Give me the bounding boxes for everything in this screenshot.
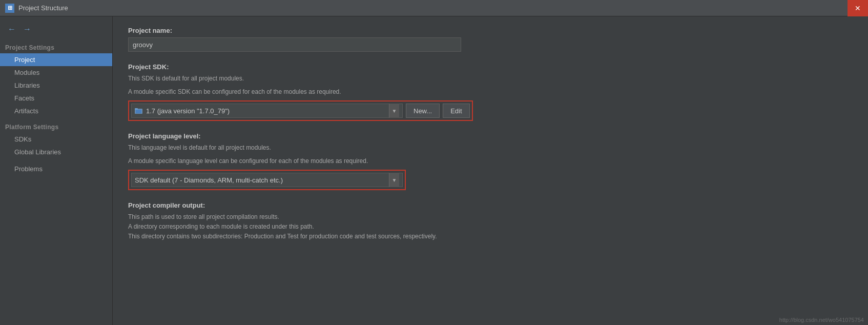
language-level-label: Project language level: xyxy=(128,132,853,140)
compiler-desc1: This path is used to store all project c… xyxy=(128,212,853,222)
project-name-input[interactable] xyxy=(128,37,461,52)
app-icon: ⊞ xyxy=(5,4,14,13)
compiler-output-label: Project compiler output: xyxy=(128,201,853,209)
content-area: Project name: Project SDK: This SDK is d… xyxy=(113,16,868,325)
window-title: Project Structure xyxy=(18,4,68,12)
sidebar: ← → Project Settings Project Modules Lib… xyxy=(0,16,113,325)
lang-desc1: This language level is default for all p… xyxy=(128,143,853,152)
language-row: SDK default (7 - Diamonds, ARM, multi-ca… xyxy=(128,170,406,190)
sidebar-item-sdks[interactable]: SDKs xyxy=(0,133,112,146)
platform-settings-label: Platform Settings xyxy=(0,121,112,133)
lang-select-wrapper[interactable]: SDK default (7 - Diamonds, ARM, multi-ca… xyxy=(131,173,403,187)
project-settings-label: Project Settings xyxy=(0,42,112,53)
lang-desc2: A module specific language level can be … xyxy=(128,156,853,166)
main-layout: ← → Project Settings Project Modules Lib… xyxy=(0,16,868,325)
compiler-desc2: A directory corresponding to each module… xyxy=(128,222,853,232)
sidebar-item-project[interactable]: Project xyxy=(0,53,112,66)
divider xyxy=(0,117,112,121)
lang-value: SDK default (7 - Diamonds, ARM, multi-ca… xyxy=(135,176,387,184)
divider2 xyxy=(0,158,112,162)
sdk-row: 1.7 (java version "1.7.0_79") ▼ New... E… xyxy=(128,100,473,121)
sdk-desc1: This SDK is default for all project modu… xyxy=(128,74,853,83)
sidebar-item-global-libraries[interactable]: Global Libraries xyxy=(0,146,112,158)
sdk-value: 1.7 (java version "1.7.0_79") xyxy=(146,107,387,115)
project-language-level-section: Project language level: This language le… xyxy=(128,132,853,190)
project-sdk-section: Project SDK: This SDK is default for all… xyxy=(128,63,853,121)
sdk-desc2: A module specific SDK can be configured … xyxy=(128,87,853,96)
nav-buttons: ← → xyxy=(0,21,112,38)
forward-button[interactable]: → xyxy=(20,24,34,35)
back-button[interactable]: ← xyxy=(5,24,18,35)
close-button[interactable]: ✕ xyxy=(848,0,868,16)
project-sdk-label: Project SDK: xyxy=(128,63,853,71)
new-button[interactable]: New... xyxy=(406,104,440,118)
sdk-dropdown-arrow[interactable]: ▼ xyxy=(389,104,399,118)
project-name-label: Project name: xyxy=(128,27,853,34)
title-bar: ⊞ Project Structure ✕ xyxy=(0,0,868,16)
compiler-output-section: Project compiler output: This path is us… xyxy=(128,201,853,242)
svg-rect-2 xyxy=(136,110,141,113)
project-name-section: Project name: xyxy=(128,27,853,52)
sidebar-item-libraries[interactable]: Libraries xyxy=(0,79,112,92)
sdk-select-wrapper[interactable]: 1.7 (java version "1.7.0_79") ▼ xyxy=(131,104,403,118)
sidebar-item-facets[interactable]: Facets xyxy=(0,92,112,105)
sidebar-item-problems[interactable]: Problems xyxy=(0,162,112,175)
sidebar-item-modules[interactable]: Modules xyxy=(0,66,112,79)
edit-button[interactable]: Edit xyxy=(443,104,469,118)
sidebar-item-artifacts[interactable]: Artifacts xyxy=(0,105,112,117)
folder-icon xyxy=(135,107,143,114)
compiler-desc3: This directory contains two subdirectori… xyxy=(128,232,853,241)
watermark: http://blog.csdn.net/wo541075754 xyxy=(775,315,868,325)
svg-rect-1 xyxy=(135,108,138,110)
lang-dropdown-arrow[interactable]: ▼ xyxy=(389,173,399,187)
